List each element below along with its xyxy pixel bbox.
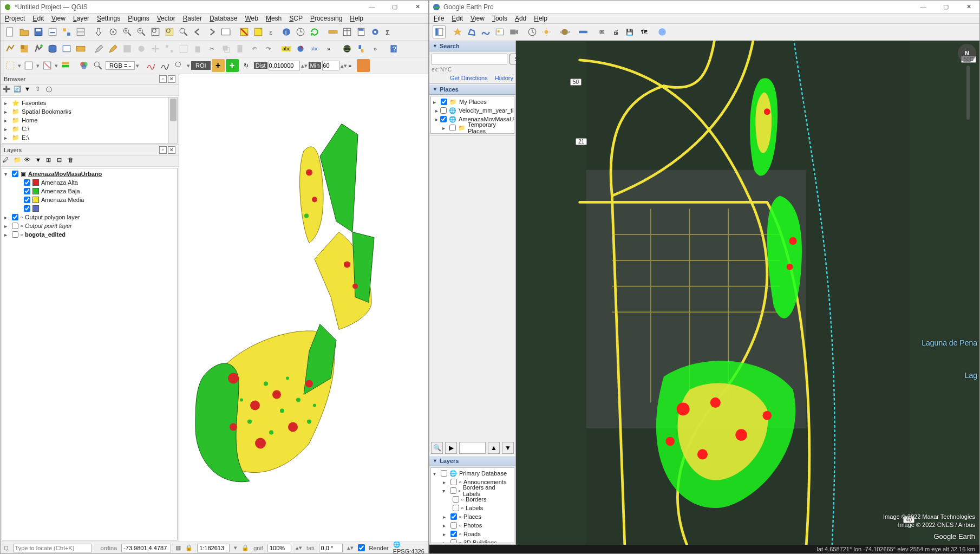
browser-tree[interactable]: ▸⭐Favorites▸📁Spatial Bookmarks▸📁Home▸📁C:… (2, 97, 178, 144)
scale-lock-icon[interactable]: 🔒 (185, 544, 193, 551)
places-up-icon[interactable]: ▲ (488, 442, 500, 454)
print-icon[interactable]: 🖨 (609, 25, 622, 38)
menu-project[interactable]: Project (5, 15, 25, 22)
gep-close-button[interactable]: ✕ (961, 2, 976, 12)
render-checkbox[interactable] (358, 544, 365, 551)
temporal-controller-icon[interactable] (294, 25, 307, 38)
minimize-button[interactable]: — (364, 2, 380, 12)
scp-toolbar-more-icon[interactable]: » (348, 62, 351, 69)
scp-redo-roi-icon[interactable]: ↻ (240, 59, 253, 72)
menu-plugins[interactable]: Plugins (128, 15, 149, 22)
gep-layer-subitem[interactable]: ▫Labels (433, 504, 512, 512)
gep-menu-add[interactable]: Add (515, 15, 526, 22)
identify-icon[interactable]: i (280, 25, 293, 38)
places-section-header[interactable]: Places (440, 86, 459, 93)
scp-dock-icon[interactable] (4, 59, 17, 72)
legend-class[interactable]: Amenaza Alta (4, 178, 175, 187)
compass-icon[interactable]: N (958, 44, 976, 62)
places-down-icon[interactable]: ▼ (502, 442, 514, 454)
search-section-header[interactable]: Search (440, 43, 460, 49)
diagram-icon[interactable] (294, 42, 307, 55)
browser-item[interactable]: ▸📁C:\ (4, 125, 175, 133)
zoom-in-icon[interactable] (121, 25, 134, 38)
scp-bandset-icon[interactable] (59, 59, 72, 72)
browser-close-button[interactable]: ✕ (168, 75, 175, 83)
scp-remove-temp-icon[interactable] (41, 59, 54, 72)
rgb-value[interactable]: - (129, 62, 131, 69)
dist-input[interactable] (269, 61, 300, 70)
refresh-icon[interactable] (308, 25, 321, 38)
deselect-icon[interactable] (238, 25, 251, 38)
places-tour-icon[interactable]: ▶ (445, 442, 457, 454)
sunlight-icon[interactable] (540, 25, 553, 38)
attribute-table-icon[interactable] (341, 25, 354, 38)
browser-item[interactable]: ▸📁E:\ (4, 133, 175, 142)
gep-layer-item[interactable]: ▸▫Places (433, 512, 512, 521)
menu-edit[interactable]: Edit (32, 15, 44, 22)
sidebar-toggle-icon[interactable] (433, 25, 446, 38)
zoom-to-layer-icon[interactable] (177, 25, 190, 38)
save-image-icon[interactable]: 💾 (623, 25, 636, 38)
history-link[interactable]: History (495, 75, 513, 81)
browser-item[interactable]: ▸📁Home (4, 116, 175, 125)
search-input[interactable] (432, 54, 507, 64)
gep-menu-view[interactable]: View (471, 15, 485, 22)
new-print-layout-icon[interactable] (46, 25, 59, 38)
ruler-icon[interactable] (577, 25, 590, 38)
scp-input-icon[interactable] (22, 59, 35, 72)
min-input[interactable] (322, 61, 339, 70)
places-item[interactable]: ▸📁My Places (433, 97, 512, 106)
locator-input[interactable] (13, 544, 92, 552)
add-placemark-icon[interactable] (451, 25, 464, 38)
scp-spectral-plot-icon[interactable] (145, 59, 158, 72)
add-polygon-icon[interactable] (465, 25, 478, 38)
scp-scatter-plot-icon[interactable] (159, 59, 172, 72)
scale-input[interactable] (197, 544, 230, 552)
add-raster-icon[interactable] (18, 42, 31, 55)
save-edits-icon[interactable] (121, 42, 134, 55)
gep-layer-item[interactable]: ▸▫3D Buildings (433, 538, 512, 543)
places-slider[interactable] (459, 442, 486, 454)
extents-icon[interactable]: ▦ (175, 544, 181, 551)
select-by-expression-icon[interactable]: ε (266, 25, 279, 38)
field-calculator-icon[interactable] (355, 25, 368, 38)
layer-item[interactable]: ▸▫bogota_edited (4, 230, 175, 239)
menu-settings[interactable]: Settings (97, 15, 120, 22)
add-image-overlay-icon[interactable] (493, 25, 506, 38)
open-project-icon[interactable] (18, 25, 31, 38)
new-map-view-icon[interactable] (219, 25, 232, 38)
places-search-icon[interactable]: 🔍 (431, 442, 443, 454)
layer-group[interactable]: ▾▣AmenazaMovMasaUrbano (4, 170, 175, 178)
gep-menu-tools[interactable]: Tools (492, 15, 507, 22)
toolbox-icon[interactable] (369, 25, 382, 38)
layers-section-header[interactable]: Layers (440, 458, 459, 464)
pan-icon[interactable] (93, 25, 106, 38)
vertex-tool-icon[interactable] (163, 42, 176, 55)
magnifier-lock-icon[interactable]: 🔒 (241, 544, 249, 551)
zoom-last-icon[interactable] (191, 25, 204, 38)
more-plugins-icon[interactable]: » (369, 42, 382, 55)
measure-icon[interactable] (326, 25, 339, 38)
new-shapefile-icon[interactable] (32, 42, 45, 55)
layers-collapse-all-icon[interactable]: ⊟ (57, 157, 66, 165)
magnifier-input[interactable] (267, 544, 291, 552)
browser-scrollbar[interactable] (168, 97, 177, 143)
modify-attributes-icon[interactable] (177, 42, 190, 55)
style-manager-icon[interactable] (60, 25, 73, 38)
zoom-next-icon[interactable] (205, 25, 218, 38)
new-memory-layer-icon[interactable] (60, 42, 73, 55)
browser-refresh-icon[interactable]: 🔄 (14, 86, 22, 94)
zoom-to-selection-icon[interactable] (163, 25, 176, 38)
qgis-map-canvas[interactable] (179, 74, 428, 542)
browser-item[interactable]: ▸📁Spatial Bookmarks (4, 107, 175, 116)
current-edits-icon[interactable] (107, 42, 120, 55)
crs-button[interactable]: 🌐 EPSG:4326 (393, 541, 424, 554)
zoom-full-icon[interactable] (149, 25, 162, 38)
menu-processing[interactable]: Processing (310, 15, 342, 22)
new-geopackage-icon[interactable] (46, 42, 59, 55)
new-project-icon[interactable] (4, 25, 17, 38)
scp-activate-roi-icon[interactable]: ✚ (212, 59, 225, 72)
gep-menu-help[interactable]: Help (534, 15, 547, 22)
add-path-icon[interactable] (479, 25, 492, 38)
browser-properties-icon[interactable]: ⓘ (46, 86, 55, 94)
